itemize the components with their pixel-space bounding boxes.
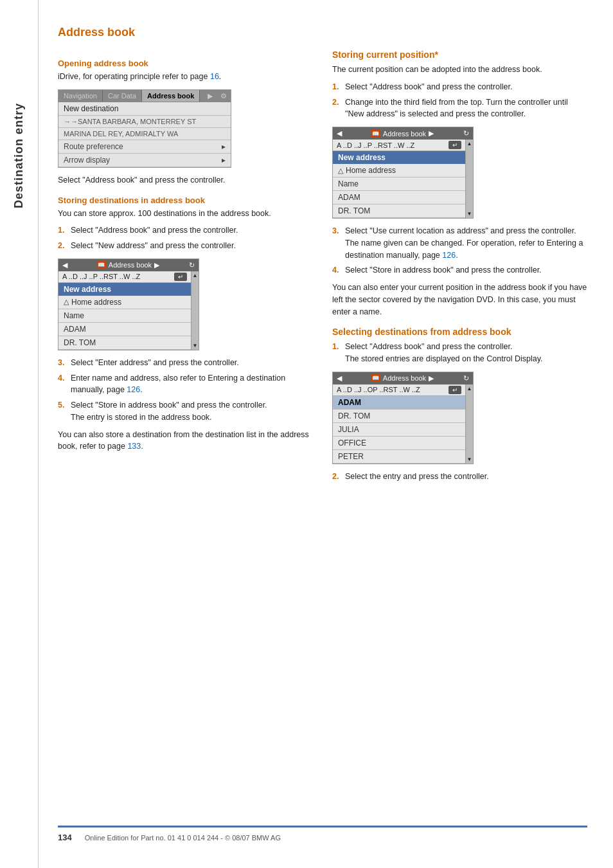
enter-button-3[interactable]: ↵ [449, 386, 461, 394]
sidebar: Destination entry [0, 0, 39, 868]
select-addressbook-instruction: Select "Address book" and press the cont… [58, 174, 313, 186]
current-note: You can also enter your current position… [332, 282, 587, 318]
widget3-body: A ..D ..J ..OP ..RST ..W ..Z ↵ ADAM DR. … [333, 384, 473, 464]
nav-arrow-label: Arrow display [64, 156, 110, 165]
selecting-num-1: 1. [332, 341, 341, 365]
widget-header-center: 📖 Address book ▶ [97, 261, 159, 269]
widget-header-right-arrow: ▶ [154, 261, 159, 269]
tab-cardata[interactable]: Car Data [103, 90, 142, 102]
link-page133[interactable]: 133 [127, 442, 141, 451]
main-content: Address book Opening address book iDrive… [39, 0, 613, 868]
scroll-down-2: ▼ [467, 211, 472, 217]
scroll-up-2: ▲ [467, 141, 472, 147]
storing-step-4: 4. Enter name and address, also refer to… [58, 372, 313, 397]
current-text-1: Select "Address book" and press the cont… [345, 81, 587, 93]
scroll-bar-3: ▲ ▼ [465, 384, 473, 464]
opening-body: iDrive, for operating principle refer to… [58, 71, 313, 83]
widget2-header-title: Address book [383, 130, 426, 138]
page-container: Destination entry Address book Opening a… [0, 0, 613, 868]
widget3-left-arrow: ◀ [337, 374, 342, 383]
adam-row-2: ADAM [333, 191, 465, 204]
enter-button[interactable]: ↵ [174, 273, 187, 281]
widget-header-selecting: ◀ 📖 Address book ▶ ↻ [333, 372, 473, 384]
alphabet-row-selecting: A ..D ..J ..OP ..RST ..W ..Z ↵ [333, 384, 465, 396]
selecting-title: Selecting destinations from address book [332, 327, 587, 337]
widget-header-title: Address book [109, 261, 152, 269]
tab-addressbook[interactable]: Address book [142, 90, 200, 102]
storing-steps: 1. Select "Address book" and press the c… [58, 224, 313, 252]
current-text-4: Select "Store in address book" and press… [345, 264, 587, 276]
left-column: Opening address book iDrive, for operati… [58, 50, 313, 813]
julia-entry-label: JULIA [338, 425, 359, 434]
current-step-3: 3. Select "Use current location as addre… [332, 225, 587, 261]
drtom-row-2: DR. TOM [333, 204, 465, 218]
step-text-2: Select "New address" and press the contr… [71, 240, 313, 252]
step-num-2: 2. [58, 240, 67, 252]
adam-label: ADAM [64, 325, 86, 334]
home-address-label-2: Home address [346, 166, 396, 175]
scroll-down-3: ▼ [467, 457, 472, 462]
scroll-down: ▼ [193, 343, 198, 348]
book-icon: 📖 [97, 261, 106, 269]
widget3-refresh: ↻ [463, 374, 469, 383]
scroll-bar-2: ▲ ▼ [465, 140, 473, 218]
drtom-label: DR. TOM [64, 338, 96, 347]
nav-row-dest2: MARINA DEL REY, ADMIRALTY WA [58, 128, 231, 140]
widget-header-left-arrow: ◀ [62, 261, 67, 269]
current-num-1: 1. [332, 81, 341, 93]
storing-step-5: 5. Select "Store in address book" and pr… [58, 399, 313, 424]
ui-widget-current: ◀ 📖 Address book ▶ ↻ A ..D ..J ..P ..RST… [332, 127, 474, 219]
office-entry: OFFICE [333, 437, 465, 450]
nav-forward-icon: ▶ [204, 90, 217, 102]
alphabet-text-3: A ..D ..J ..OP ..RST ..W ..Z [337, 386, 420, 393]
widget2-menu-body: A ..D ..J ..P ..RST ..W ..Z ↵ New addres… [333, 140, 465, 218]
current-num-4: 4. [332, 264, 341, 276]
storing-note: You can also store a destination from th… [58, 429, 313, 453]
storing-step-2: 2. Select "New address" and press the co… [58, 240, 313, 252]
adam-row: ADAM [58, 323, 191, 336]
office-entry-label: OFFICE [338, 439, 366, 448]
storing-step-3: 3. Select "Enter address" and press the … [58, 357, 313, 369]
book-icon-3: 📖 [371, 374, 380, 382]
current-text-3: Select "Use current location as address"… [345, 225, 587, 261]
selecting-text-2: Select the entry and press the controlle… [345, 471, 587, 483]
selecting-step-1: 1. Select "Address book" and press the c… [332, 341, 587, 365]
home-icon: △ [64, 298, 69, 306]
current-num-3: 3. [332, 225, 341, 261]
widget2-body: A ..D ..J ..P ..RST ..W ..Z ↵ New addres… [333, 140, 473, 218]
widget2-header-center: 📖 Address book ▶ [371, 129, 434, 138]
current-num-2: 2. [332, 96, 341, 121]
scroll-up: ▲ [193, 273, 198, 278]
home-address-row: △ Home address [58, 296, 191, 309]
storing-steps-continued: 3. Select "Enter address" and press the … [58, 357, 313, 424]
storing-current-body: The current position can be adopted into… [332, 64, 587, 76]
tab-navigation[interactable]: Navigation [58, 90, 103, 102]
link-page126-1[interactable]: 126 [127, 385, 140, 394]
nav-row-route: Route preference ▸ [58, 140, 231, 154]
footer-text: Online Edition for Part no. 01 41 0 014 … [85, 834, 281, 842]
new-address-highlighted: New address [58, 283, 191, 296]
link-page126-2[interactable]: 126 [442, 251, 456, 260]
drtom-entry: DR. TOM [333, 410, 465, 423]
home-icon-2: △ [338, 167, 343, 175]
widget-header-storing: ◀ 📖 Address book ▶ ↻ [58, 259, 199, 271]
current-text-2: Change into the third field from the top… [345, 96, 587, 121]
widget-refresh-icon: ↻ [189, 261, 195, 269]
sidebar-label: Destination entry [12, 103, 26, 208]
page-footer: 134 Online Edition for Part no. 01 41 0 … [58, 826, 587, 842]
widget3-header-center: 📖 Address book ▶ [371, 374, 434, 383]
nav-tabs: Navigation Car Data Address book ▶ ⚙ [58, 90, 231, 102]
enter-button-2[interactable]: ↵ [449, 141, 461, 149]
selecting-step-2: 2. Select the entry and press the contro… [332, 471, 587, 483]
storing-title: Storing destinations in address book [58, 195, 313, 205]
widget-header-current: ◀ 📖 Address book ▶ ↻ [333, 127, 473, 140]
home-address-row-2: △ Home address [333, 164, 465, 177]
name-row: Name [58, 309, 191, 323]
page-title: Address book [58, 26, 587, 39]
storing-step-1: 1. Select "Address book" and press the c… [58, 224, 313, 237]
storing-current-steps: 1. Select "Address book" and press the c… [332, 81, 587, 120]
step-text-1: Select "Address book" and press the cont… [71, 224, 313, 237]
link-page16[interactable]: 16 [210, 72, 219, 81]
book-icon-2: 📖 [371, 130, 380, 138]
opening-title: Opening address book [58, 59, 313, 68]
